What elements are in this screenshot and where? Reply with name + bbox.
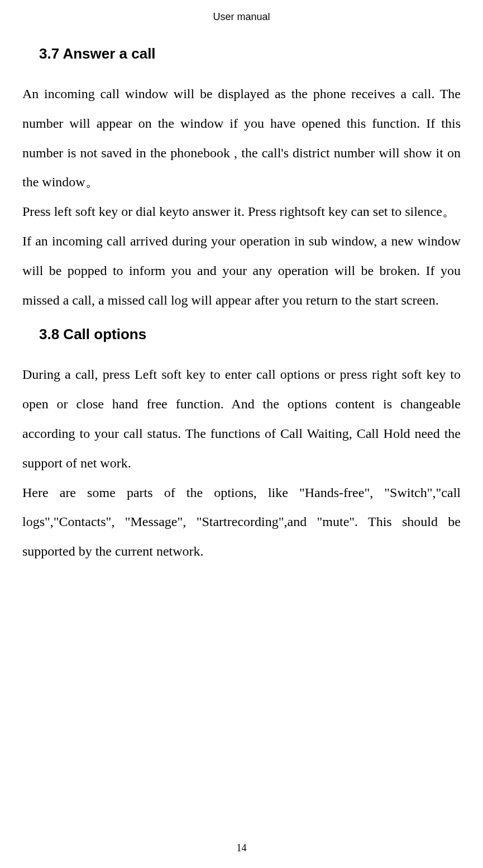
page-header: User manual [22,11,461,23]
paragraph-3-7-2: Press left soft key or dial keyto answer… [22,197,461,226]
paragraph-3-8-1: During a call, press Left soft key to en… [22,360,461,478]
section-heading-3-7: 3.7 Answer a call [39,45,461,62]
page-number: 14 [0,842,483,854]
section-heading-3-8: 3.8 Call options [39,326,461,343]
paragraph-3-8-2: Here are some parts of the options, like… [22,478,461,566]
paragraph-3-7-3: If an incoming call arrived during your … [22,226,461,315]
paragraph-3-7-1: An incoming call window will be displaye… [22,79,461,197]
